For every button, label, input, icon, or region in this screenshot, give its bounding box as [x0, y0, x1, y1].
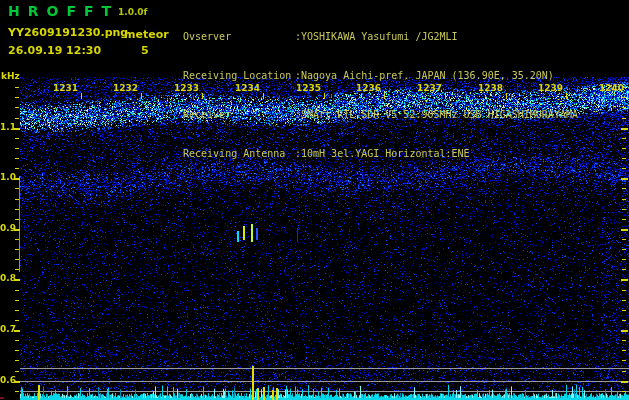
hrofft-window: HROFFT 1.0.0f YY2609191230.png meteor 26…: [0, 0, 629, 400]
location-label: Receiving Location: [183, 69, 295, 82]
info-row-location: Receiving Location :Nagoya Aichi-pref. J…: [183, 69, 629, 82]
observer-label: Ovserver: [183, 30, 295, 43]
time-label-1232: 1232: [111, 83, 138, 93]
output-filename: YY2609191230.png: [8, 26, 128, 39]
location-value: :Nagoya Aichi-pref. JAPAN (136.90E, 35.2…: [295, 69, 554, 82]
receiver-label: Receiver: [183, 108, 295, 121]
mode-label: meteor: [124, 28, 169, 41]
freq-label-0.6: 0.6: [0, 375, 14, 385]
time-label-1238: 1238: [476, 83, 503, 93]
info-row-antenna: Receiving Antenna :10mH 3el.YAGI Horizon…: [183, 147, 629, 160]
date-time: 26.09.19 12:30: [8, 44, 101, 57]
freq-label-0.7: 0.7: [0, 324, 14, 334]
receiver-value: :SMArt RTL-SDR V5 52.905MHz USB HIGASHIM…: [295, 108, 578, 121]
time-label-1231: 1231: [51, 83, 78, 93]
app-version: 1.0.0f: [118, 7, 148, 17]
time-label-1233: 1233: [172, 83, 199, 93]
time-label-1240: 1240: [597, 83, 624, 93]
observer-value: :YOSHIKAWA Yasufumi /JG2MLI: [295, 30, 458, 43]
time-label-1239: 1239: [536, 83, 563, 93]
freq-label-0.8: 0.8: [0, 273, 14, 283]
app-title: HROFFT: [8, 3, 119, 19]
time-label-1236: 1236: [354, 83, 381, 93]
info-row-observer: Ovserver :YOSHIKAWA Yasufumi /JG2MLI: [183, 30, 629, 43]
meteor-count: 5: [141, 44, 149, 57]
station-info-panel: Ovserver :YOSHIKAWA Yasufumi /JG2MLI Rec…: [183, 4, 629, 186]
freq-label-1.1: 1.1: [0, 122, 14, 132]
freq-label-0.9: 0.9: [0, 223, 14, 233]
time-label-1235: 1235: [294, 83, 321, 93]
info-row-receiver: Receiver :SMArt RTL-SDR V5 52.905MHz USB…: [183, 108, 629, 121]
antenna-value: :10mH 3el.YAGI Horizontal:ENE: [295, 147, 470, 160]
freq-axis-unit: kHz: [1, 71, 20, 81]
time-label-1234: 1234: [233, 83, 260, 93]
freq-label-1.0: 1.0: [0, 172, 14, 182]
antenna-label: Receiving Antenna: [183, 147, 295, 160]
time-label-1237: 1237: [415, 83, 442, 93]
